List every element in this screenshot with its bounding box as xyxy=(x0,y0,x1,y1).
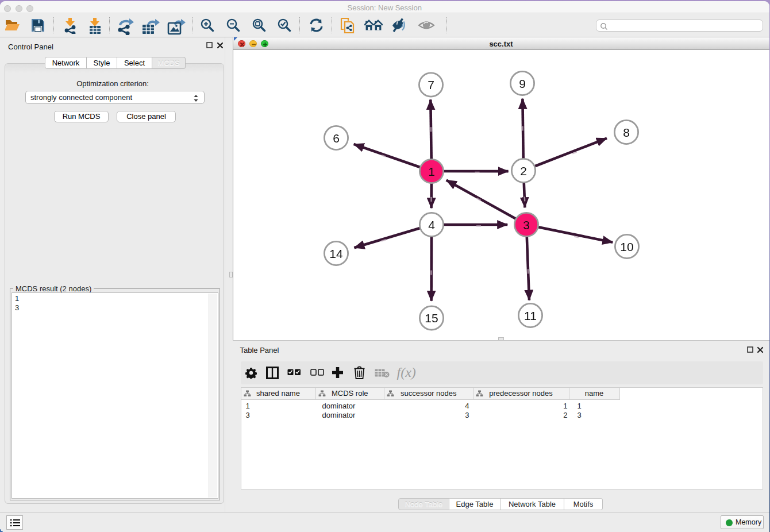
svg-text:9: 9 xyxy=(519,76,526,90)
svg-text:1: 1 xyxy=(428,164,435,178)
svg-text:10: 10 xyxy=(620,240,633,253)
svg-text:14: 14 xyxy=(329,246,343,260)
svg-text:3: 3 xyxy=(523,218,530,231)
svg-text:6: 6 xyxy=(333,131,340,144)
svg-text:11: 11 xyxy=(524,309,537,322)
svg-text:2: 2 xyxy=(520,164,527,177)
svg-text:15: 15 xyxy=(425,311,438,325)
svg-text:4: 4 xyxy=(428,218,435,231)
svg-text:8: 8 xyxy=(623,125,630,138)
svg-text:7: 7 xyxy=(428,78,434,91)
